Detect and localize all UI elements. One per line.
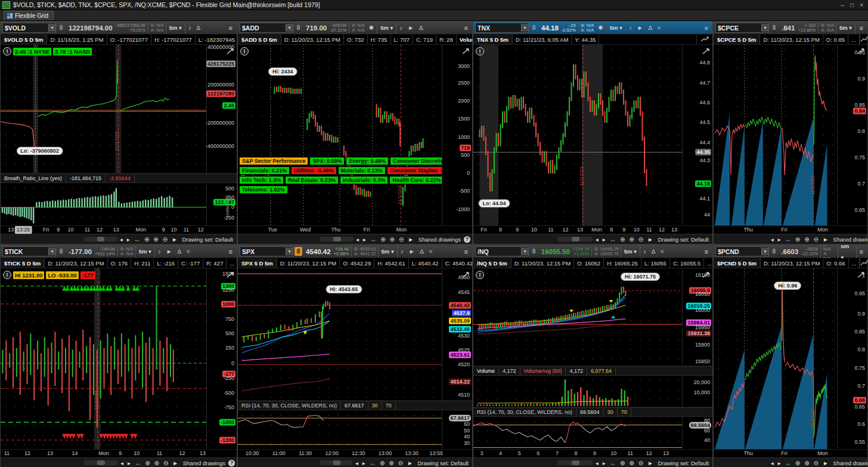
link-group-icon[interactable]: 8 [294,23,302,32]
symbol-dropdown-button[interactable]: ▾ [521,248,528,255]
zoom-in-icon[interactable]: ⊕ [388,460,395,466]
plot-area[interactable]: 11/17/23Lo: 44.04! [473,45,682,226]
auto-scale-icon[interactable] [702,46,710,57]
pattern-icon[interactable]: ≈ [655,22,664,33]
cursor-icon[interactable]: ► [821,236,830,243]
zoom-in-icon[interactable]: ⊕ [153,460,160,466]
pan-icon[interactable]: ↔ [608,460,617,466]
chart-canvas[interactable] [1,183,206,225]
drawing-set-label[interactable]: Drawing set: Default [180,236,235,243]
zoom-out-icon[interactable]: ⊖ [812,236,820,243]
cursor-icon[interactable]: ► [405,22,416,33]
link-group-icon[interactable]: 8 [770,247,777,256]
pattern-icon[interactable]: ≈ [427,246,435,257]
link-group-icon[interactable]: 8 [294,247,302,256]
symbol-dropdown-button[interactable]: ▾ [521,24,528,32]
plot-area[interactable]: 11/17/23Hi: 2434!S&P Sector PerformanceS… [238,45,442,226]
drawing-set-label[interactable]: Drawing set: Default [656,460,711,466]
alert-icon[interactable]: ! [3,47,11,55]
flask-icon[interactable]: ∆ [649,246,658,257]
y-axis[interactable]: 20,00010,000 [682,376,712,407]
drawing-set-label[interactable]: Shared drawings [417,236,463,243]
sound-icon[interactable]: ♪ [398,246,406,257]
link-group-icon[interactable]: 8 [57,23,65,32]
drawing-set-label[interactable]: Shared drawings [831,460,868,466]
plot-area[interactable]: 11/17/23Hi: 0.96 [714,268,837,450]
cursor-icon[interactable]: ► [164,246,175,257]
link-group-icon[interactable]: 8 [530,23,538,32]
scroll-right-icon[interactable]: ▸ [776,236,782,243]
symbol-dropdown-button[interactable]: ▾ [286,24,293,32]
auto-scale-icon[interactable] [227,46,234,57]
scroll-left-icon[interactable]: ◂ [118,236,124,243]
link-group-icon[interactable]: 8 [530,247,538,256]
plot-area[interactable]: Hi: 4543.65 [238,268,442,401]
crosshair-icon[interactable]: ⊕ [793,460,801,466]
chart-canvas[interactable] [473,376,682,407]
timeframe-selector[interactable]: 5m ▾ [135,246,155,257]
h-scrollbar-thumb[interactable] [333,460,340,465]
zoom-out-icon[interactable]: ⊖ [161,236,169,243]
tab-flexible-grid[interactable]: Flexible Grid [4,11,54,20]
chart-canvas[interactable] [714,268,837,449]
mini-trend-icon[interactable] [696,35,712,44]
scroll-left-icon[interactable]: ◂ [354,460,359,466]
zoom-in-icon[interactable]: ⊕ [803,460,811,466]
symbol-input[interactable] [3,248,48,255]
cursor-icon[interactable]: ► [171,460,180,466]
plot-area[interactable] [473,376,682,407]
sound-icon[interactable]: ♪ [641,246,649,257]
symbol-input[interactable] [240,24,286,32]
pan-icon[interactable]: ↔ [783,236,792,243]
h-scrollbar-thumb[interactable] [97,460,105,465]
plot-area[interactable] [1,183,206,226]
symbol-dropdown-button[interactable]: ▾ [48,248,55,255]
pan-icon[interactable]: ↔ [369,236,378,243]
y-axis[interactable]: 67.661760504030 [442,410,472,450]
flask-icon[interactable]: ∆ [646,22,655,33]
auto-scale-icon[interactable] [702,270,710,280]
h-scrollbar[interactable] [84,237,117,242]
zoom-in-icon[interactable]: ⊕ [388,236,396,243]
scroll-left-icon[interactable]: ◂ [355,236,361,243]
chart-canvas[interactable] [473,268,682,366]
cursor-icon[interactable]: ► [635,22,646,33]
plot-area[interactable]: Hi: 16071.75! [473,268,682,366]
cursor-icon[interactable]: ► [821,460,830,466]
timeframe-selector[interactable]: 5m ▾ [377,22,396,33]
auto-scale-icon[interactable] [857,46,865,57]
h-scrollbar-thumb[interactable] [333,237,340,242]
timeframe-selector[interactable]: 5m ▾ [606,22,626,33]
help-icon[interactable]: ? [228,460,235,466]
symbol-dropdown-button[interactable]: ▾ [761,248,768,255]
auto-scale-icon[interactable] [857,270,865,280]
y-axis[interactable]: 44.844.744.644.544.444.3544.344.1844.144 [682,45,712,226]
pan-icon[interactable]: ↔ [134,460,142,466]
flask-icon[interactable]: ∆ [418,246,426,257]
zoom-in-icon[interactable]: ⊕ [628,460,636,466]
h-scrollbar[interactable] [557,237,593,242]
minimize-button[interactable]: – [841,2,845,8]
drawing-set-label[interactable]: Shared drawings [181,460,227,466]
symbol-dropdown-button[interactable]: ▾ [761,24,768,32]
drawing-set-label[interactable]: Shared drawings [831,236,868,243]
sound-icon[interactable]: ♪ [627,22,634,33]
symbol-dropdown-button[interactable]: ▾ [286,248,293,255]
panel-menu-icon[interactable]: ≡ [702,24,711,32]
y-axis[interactable]: 1610016055.51605016010.251600015964.0115… [682,268,712,366]
h-scrollbar[interactable] [557,460,593,465]
h-scrollbar-thumb[interactable] [97,237,104,242]
chart-canvas[interactable] [473,417,682,449]
help-icon[interactable]: ? [464,236,470,243]
pan-icon[interactable]: ↔ [783,460,792,466]
auto-scale-icon[interactable] [462,46,470,57]
symbol-input[interactable] [476,24,521,32]
plot-area[interactable]: 11/17/23Lo: -379060802!2.45 :1 NYSE2.78 … [1,45,206,174]
plot-area[interactable]: 11/17/23 [714,45,837,226]
y-axis[interactable]: 0.950.90.850.840.80.750.70.65 [837,45,867,226]
panel-menu-icon[interactable]: ≡ [462,248,470,255]
chart-canvas[interactable] [714,45,837,225]
cursor-icon[interactable]: ► [646,460,655,466]
drawing-set-label[interactable]: Drawing set: Default [416,460,470,466]
symbol-input[interactable] [716,248,761,255]
